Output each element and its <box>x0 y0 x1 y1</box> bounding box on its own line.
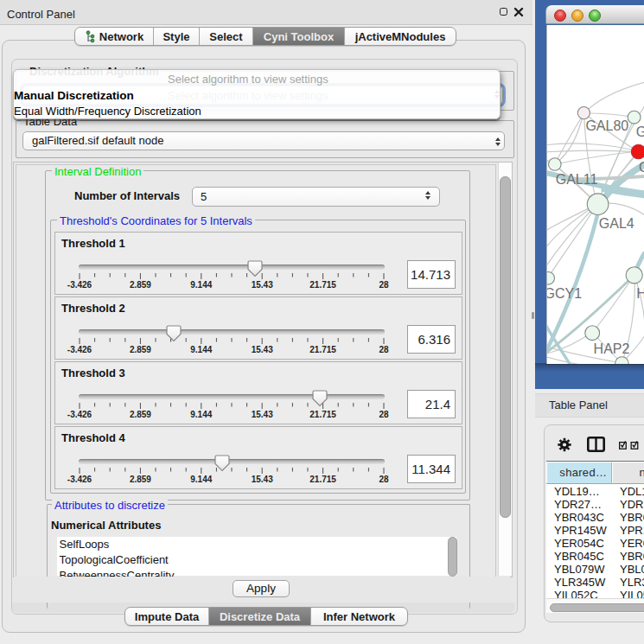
svg-text:GAL11: GAL11 <box>555 172 597 187</box>
svg-text:C...: C... <box>639 160 644 175</box>
svg-text:GCY1: GCY1 <box>547 286 582 301</box>
svg-text:HAP2: HAP2 <box>593 341 629 356</box>
svg-text:GAL80: GAL80 <box>585 118 628 133</box>
svg-text:G...: G... <box>635 124 644 139</box>
svg-text:H...: H... <box>636 286 644 301</box>
svg-text:GAL4: GAL4 <box>598 216 634 231</box>
